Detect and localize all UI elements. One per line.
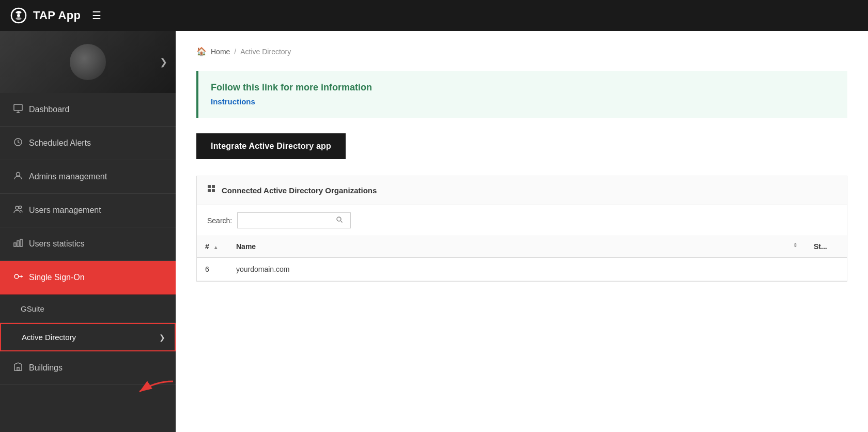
sidebar-item-dashboard[interactable]: Dashboard: [0, 93, 176, 127]
sidebar-item-single-sign-on[interactable]: Single Sign-On: [0, 261, 176, 295]
svg-rect-1: [14, 104, 22, 111]
search-label: Search:: [207, 217, 232, 225]
search-input-wrap: [237, 212, 351, 228]
sidebar-item-label: Scheduled Alerts: [29, 138, 91, 148]
svg-rect-6: [14, 243, 16, 246]
sidebar-item-buildings[interactable]: Buildings: [0, 351, 176, 385]
svg-rect-8: [20, 239, 22, 246]
sidebar-item-gsuite[interactable]: GSuite: [0, 295, 176, 323]
avatar: [70, 44, 106, 80]
svg-point-5: [19, 206, 22, 208]
table-section-title: Connected Active Directory Organizations: [222, 186, 377, 195]
active-directory-label: Active Directory: [22, 333, 76, 342]
svg-rect-12: [212, 185, 215, 188]
clock-icon: [12, 137, 24, 150]
sidebar-item-label: Dashboard: [29, 105, 69, 114]
content-area: 🏠 Home / Active Directory Follow this li…: [176, 31, 868, 432]
svg-point-3: [17, 172, 20, 176]
main-layout: ❯ Dashboard Scheduled Alerts: [0, 31, 868, 432]
table-row: 6 yourdomain.com: [197, 257, 847, 281]
app-logo: TAP App: [9, 6, 81, 25]
search-row: Search:: [197, 205, 847, 236]
cell-name: yourdomain.com: [228, 257, 805, 281]
sidebar: ❯ Dashboard Scheduled Alerts: [0, 31, 176, 432]
sort-icon-name: ⇕: [793, 242, 797, 248]
logo-icon: [9, 6, 28, 25]
home-icon: 🏠: [196, 47, 207, 56]
topbar: TAP App ☰: [0, 0, 868, 31]
sort-icon: ▲: [213, 244, 219, 250]
info-box-title: Follow this link for more information: [211, 82, 835, 93]
svg-rect-10: [17, 367, 19, 371]
sidebar-nav: Dashboard Scheduled Alerts Admins manage…: [0, 93, 176, 432]
svg-point-4: [16, 206, 19, 209]
sidebar-profile: ❯: [0, 31, 176, 93]
sidebar-collapse-button[interactable]: ❯: [160, 56, 167, 68]
sidebar-item-active-directory[interactable]: Active Directory ❯: [0, 323, 176, 351]
breadcrumb: 🏠 Home / Active Directory: [196, 47, 847, 56]
users-icon: [12, 204, 24, 217]
sidebar-item-label: Admins management: [29, 172, 107, 181]
gsuite-label: GSuite: [21, 304, 44, 313]
sidebar-item-admins-management[interactable]: Admins management: [0, 160, 176, 194]
breadcrumb-separator: /: [234, 48, 236, 56]
chart-icon: [12, 238, 24, 251]
svg-rect-7: [17, 241, 19, 246]
building-icon: [12, 362, 24, 375]
sidebar-item-users-statistics[interactable]: Users statistics: [0, 227, 176, 261]
grid-icon: [207, 184, 216, 196]
monitor-icon: [12, 103, 24, 116]
svg-rect-13: [208, 189, 211, 192]
sidebar-item-label: Single Sign-On: [29, 273, 85, 282]
sidebar-item-label: Users management: [29, 206, 101, 215]
cell-num: 6: [197, 257, 228, 281]
breadcrumb-current: Active Directory: [240, 48, 291, 56]
col-header-num[interactable]: # ▲: [197, 236, 228, 257]
key-icon: [12, 271, 24, 284]
info-box: Follow this link for more information In…: [196, 71, 847, 118]
sidebar-item-label: Buildings: [29, 363, 63, 373]
sidebar-item-users-management[interactable]: Users management: [0, 194, 176, 227]
app-title: TAP App: [33, 9, 81, 22]
search-icon: [336, 216, 343, 225]
sidebar-item-scheduled-alerts[interactable]: Scheduled Alerts: [0, 127, 176, 160]
chevron-right-icon: ❯: [159, 333, 165, 342]
svg-point-9: [14, 274, 19, 279]
svg-point-0: [17, 14, 20, 17]
col-header-name[interactable]: Name ⇕: [228, 236, 805, 257]
svg-rect-11: [208, 185, 211, 188]
organizations-table-section: Connected Active Directory Organizations…: [196, 176, 847, 282]
hamburger-menu[interactable]: ☰: [92, 9, 101, 22]
svg-point-15: [337, 217, 341, 221]
svg-rect-14: [212, 189, 215, 192]
col-header-status[interactable]: St...: [805, 236, 847, 257]
sidebar-item-label: Users statistics: [29, 239, 85, 249]
cell-status: [805, 257, 847, 281]
integrate-button[interactable]: Integrate Active Directory app: [196, 133, 346, 159]
instructions-link[interactable]: Instructions: [211, 97, 255, 106]
table-header: Connected Active Directory Organizations: [197, 176, 847, 205]
breadcrumb-home-link[interactable]: Home: [211, 48, 230, 56]
admin-icon: [12, 171, 24, 183]
organizations-table: # ▲ Name ⇕ St... 6 yourdomain: [197, 236, 847, 281]
search-input[interactable]: [243, 217, 336, 225]
